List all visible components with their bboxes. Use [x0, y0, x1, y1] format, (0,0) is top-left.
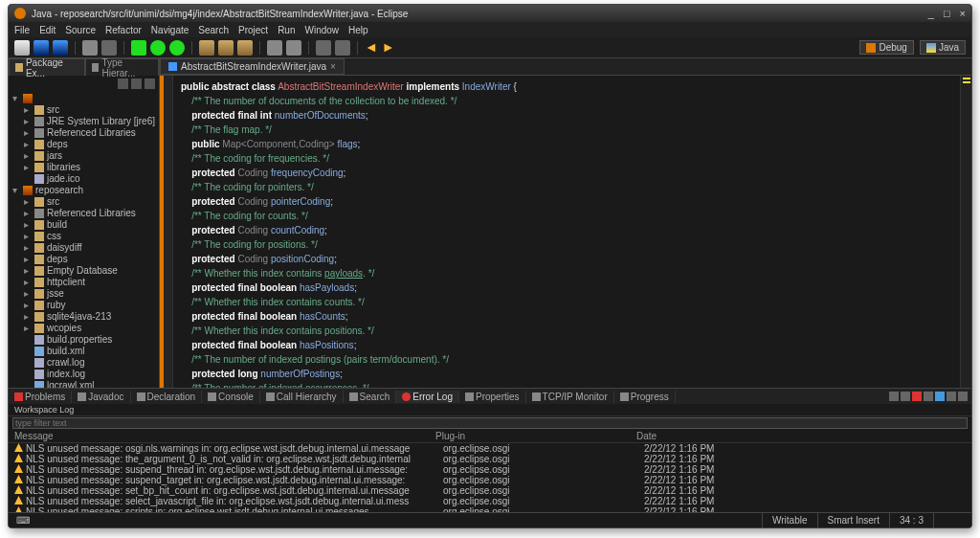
- menu-edit[interactable]: Edit: [39, 25, 56, 35]
- overview-ruler[interactable]: [960, 76, 971, 388]
- tree-item[interactable]: index.log: [11, 369, 157, 380]
- tab-type-hierarchy[interactable]: Type Hierar...: [85, 58, 160, 76]
- forward-button[interactable]: ►: [382, 40, 395, 56]
- warning-icon: [14, 454, 23, 462]
- menu-project[interactable]: Project: [238, 25, 268, 35]
- col-message[interactable]: Message: [14, 431, 435, 441]
- col-date[interactable]: Date: [636, 431, 966, 441]
- debug-button[interactable]: [131, 40, 146, 56]
- tree-item[interactable]: ▸sqlite4java-213: [11, 311, 157, 323]
- tree-item[interactable]: ▾reposearch: [11, 185, 157, 196]
- log-row[interactable]: NLS unused message: suspend_thread in: o…: [9, 464, 971, 475]
- menu-source[interactable]: Source: [65, 25, 96, 35]
- run-button[interactable]: [150, 40, 166, 56]
- tree-item[interactable]: build.xml: [11, 346, 157, 357]
- run-last-button[interactable]: [169, 40, 185, 56]
- warning-icon: [14, 475, 23, 483]
- link-editor-button[interactable]: [131, 78, 142, 89]
- tab-icon: [349, 392, 358, 401]
- tree-item[interactable]: ▸jsse: [11, 288, 157, 300]
- menu-refactor[interactable]: Refactor: [105, 25, 142, 35]
- new-button[interactable]: [14, 40, 30, 56]
- tree-item[interactable]: ▸deps: [11, 254, 157, 265]
- tab-tcp-ip-monitor[interactable]: TCP/IP Monitor: [526, 391, 614, 403]
- panel-tool-button[interactable]: [912, 392, 922, 401]
- panel-tool-button[interactable]: [935, 392, 945, 401]
- tree-item[interactable]: ▸css: [11, 231, 157, 242]
- panel-tool-button[interactable]: [958, 392, 968, 401]
- tree-item[interactable]: lgcrawl.xml: [11, 380, 157, 388]
- search-button[interactable]: [286, 40, 301, 56]
- view-menu-button[interactable]: [145, 78, 155, 89]
- annotation-prev-button[interactable]: [335, 40, 350, 56]
- tab-progress[interactable]: Progress: [614, 391, 676, 403]
- tab-properties[interactable]: Properties: [459, 391, 526, 403]
- tab-console[interactable]: Console: [202, 391, 260, 403]
- tree-item[interactable]: ▸httpclient: [11, 277, 157, 288]
- minimize-button[interactable]: _: [928, 8, 934, 19]
- panel-tool-button[interactable]: [924, 392, 933, 401]
- log-row[interactable]: NLS unused message: the_argument_0_is_no…: [9, 454, 971, 464]
- save-button[interactable]: [33, 40, 49, 56]
- perspective-java[interactable]: Java: [920, 40, 966, 55]
- tree-item[interactable]: ▸jars: [11, 150, 157, 162]
- close-button[interactable]: ×: [960, 8, 966, 19]
- tab-call-hierarchy[interactable]: Call Hierarchy: [260, 391, 344, 403]
- tree-item[interactable]: ▸src: [11, 196, 157, 208]
- annotation-next-button[interactable]: [316, 40, 331, 56]
- tab-javadoc[interactable]: Javadoc: [72, 391, 130, 403]
- tree-item[interactable]: ▾: [11, 93, 157, 104]
- tab-search[interactable]: Search: [344, 391, 397, 403]
- toolbar: ◄ ► Debug Java: [9, 37, 971, 58]
- tree-item[interactable]: ▸Referenced Libraries: [11, 208, 157, 219]
- maximize-button[interactable]: □: [944, 8, 950, 19]
- tool-button-1[interactable]: [82, 40, 98, 56]
- tree-item[interactable]: ▸wcopies: [11, 323, 157, 334]
- tree-item[interactable]: jade.ico: [11, 173, 157, 185]
- tree-item[interactable]: ▸src: [11, 104, 157, 116]
- menu-help[interactable]: Help: [348, 25, 368, 35]
- editor-tab[interactable]: AbstractBitStreamIndexWriter.java ×: [160, 58, 345, 75]
- code-area[interactable]: public abstract class AbstractBitStreamI…: [173, 76, 960, 388]
- close-tab-button[interactable]: ×: [330, 61, 336, 72]
- new-package-button[interactable]: [199, 40, 214, 56]
- tab-error-log[interactable]: Error Log: [396, 391, 459, 403]
- open-type-button[interactable]: [267, 40, 282, 56]
- tool-button-2[interactable]: [101, 40, 117, 56]
- tree-label: httpclient: [47, 277, 85, 288]
- tree-item[interactable]: ▸JRE System Library [jre6]: [11, 116, 157, 127]
- expand-icon: ▸: [24, 254, 32, 265]
- tab-problems[interactable]: Problems: [9, 391, 72, 403]
- collapse-all-button[interactable]: [118, 78, 128, 89]
- log-row[interactable]: NLS unused message: suspend_target in: o…: [9, 475, 971, 485]
- perspective-debug[interactable]: Debug: [859, 40, 913, 55]
- col-plugin[interactable]: Plug-in: [435, 431, 636, 441]
- menu-search[interactable]: Search: [198, 25, 229, 35]
- tree-item[interactable]: ▸build: [11, 219, 157, 231]
- menu-navigate[interactable]: Navigate: [151, 25, 189, 35]
- tree-item[interactable]: build.properties: [11, 334, 157, 346]
- tree-item[interactable]: ▸Referenced Libraries: [11, 127, 157, 139]
- tree-item[interactable]: ▸Empty Database: [11, 265, 157, 277]
- menu-run[interactable]: Run: [278, 25, 295, 35]
- new-class-button[interactable]: [218, 40, 234, 56]
- panel-tool-button[interactable]: [947, 392, 956, 401]
- tree-item[interactable]: ▸deps: [11, 139, 157, 150]
- tree-item[interactable]: ▸libraries: [11, 162, 157, 173]
- panel-tool-button[interactable]: [901, 392, 910, 401]
- back-button[interactable]: ◄: [365, 40, 378, 56]
- log-row[interactable]: NLS unused message: select_javascript_fi…: [9, 496, 971, 506]
- menu-file[interactable]: File: [14, 25, 30, 35]
- menu-window[interactable]: Window: [304, 25, 339, 35]
- log-row[interactable]: NLS unused message: osgi.nls.warnings in…: [9, 443, 971, 454]
- tab-declaration[interactable]: Declaration: [131, 391, 203, 403]
- save-all-button[interactable]: [53, 40, 68, 56]
- tab-package-explorer[interactable]: Package Ex...: [9, 58, 85, 76]
- filter-input[interactable]: [12, 417, 968, 429]
- tree-item[interactable]: crawl.log: [11, 357, 157, 369]
- tree-item[interactable]: ▸daisydiff: [11, 242, 157, 254]
- panel-tool-button[interactable]: [889, 392, 899, 401]
- tree-item[interactable]: ▸ruby: [11, 300, 157, 311]
- log-row[interactable]: NLS unused message: set_bp_hit_count in:…: [9, 485, 971, 496]
- new-folder-button[interactable]: [237, 40, 253, 56]
